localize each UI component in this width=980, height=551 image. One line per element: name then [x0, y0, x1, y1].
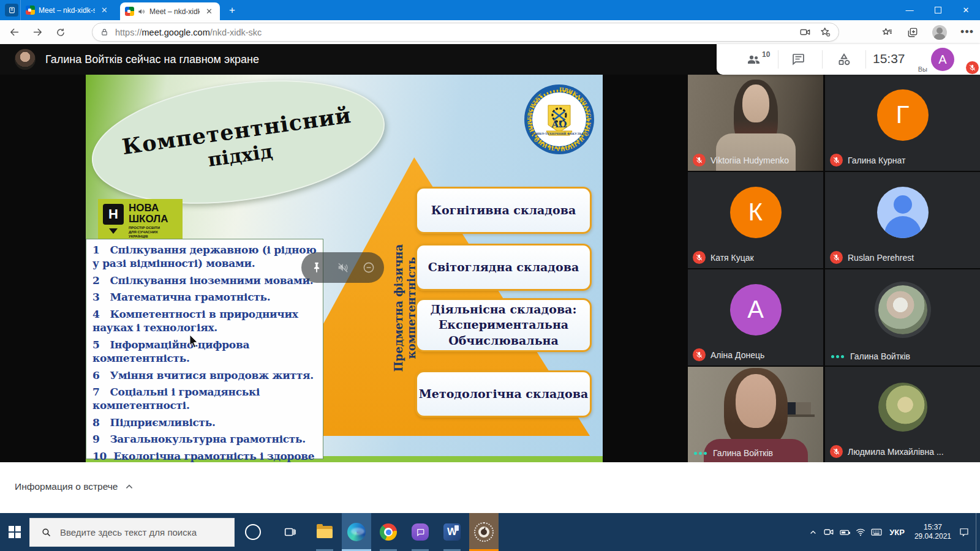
mic-muted-badge [693, 348, 706, 361]
forward-button[interactable] [28, 23, 47, 42]
browser-tab-2-active[interactable]: Meet – nkd-xidk-skc ✕ [120, 2, 220, 20]
tab-actions-button[interactable] [5, 4, 18, 17]
touch-keyboard-icon[interactable] [869, 513, 884, 551]
tray-expand-icon[interactable] [805, 513, 821, 551]
nova-shkola-icon: Н [103, 204, 124, 225]
tab-title: Meet – nkd-xidk-skc [149, 7, 200, 16]
show-desktop-button[interactable] [976, 513, 980, 551]
list-item: 8 Підприємливість. [92, 416, 318, 429]
language-indicator[interactable]: УКР [884, 528, 910, 537]
tab-close-icon[interactable]: ✕ [99, 5, 110, 15]
tile-audio-off-icon[interactable] [336, 261, 350, 274]
participant-tile[interactable]: Г Галина Курнат [825, 75, 980, 171]
task-view-button[interactable] [275, 513, 304, 551]
camera-permission-icon[interactable] [799, 26, 811, 38]
file-explorer-button[interactable] [310, 513, 339, 551]
word-button[interactable]: W [437, 513, 467, 551]
reload-button[interactable] [51, 23, 70, 42]
tab-close-icon[interactable]: ✕ [203, 6, 215, 17]
list-item: 7 Соціальні і громадянські компетентност… [92, 385, 318, 413]
meet-now-icon[interactable] [821, 513, 837, 551]
list-item: 4 Компетентності в природничих науках і … [92, 307, 318, 335]
participant-name: Аліна Донець [710, 350, 764, 360]
viber-button[interactable] [405, 513, 435, 551]
initial-avatar: Г [877, 89, 929, 141]
participant-name: Viktoriia Hudymenko [710, 156, 789, 165]
start-button[interactable] [9, 526, 21, 538]
nova-arrow-icon [109, 228, 118, 234]
list-item: 9 Загальнокультурна грамотність. [92, 432, 318, 446]
chrome-button[interactable] [374, 513, 403, 551]
pyramid-box-worldview: Світоглядна складова [415, 244, 592, 291]
meet-bottom-bar: Информация о встрече Поднять руку Галина… [0, 462, 980, 513]
self-avatar[interactable]: A [931, 48, 954, 71]
browser-tab-1[interactable]: Meet – nkd-xidk-skc ✕ [20, 0, 115, 20]
participant-name: Людмила Михайлівна ... [848, 447, 944, 457]
meet-favicon [125, 7, 134, 16]
participant-tile[interactable]: Галина Войтків [688, 367, 823, 462]
window-minimize-button[interactable]: — [895, 0, 924, 20]
pyramid-box-activity: Діяльнісна складова:ЕкспериментальнаОбчи… [415, 298, 592, 352]
participant-tile[interactable]: Людмила Михайлівна ... [825, 367, 980, 462]
chat-icon[interactable] [791, 52, 805, 66]
list-item: 5 Інформаційно-цифрова компетентність. [92, 338, 318, 365]
initial-avatar: К [730, 187, 782, 238]
participant-tile[interactable]: А Аліна Донець [688, 269, 823, 365]
action-center-icon[interactable] [956, 513, 972, 551]
participant-name: Галина Войтків [713, 448, 773, 458]
browser-menu-icon[interactable]: ••• [960, 26, 974, 39]
window-close-button[interactable]: ✕ [952, 0, 980, 20]
collections-icon[interactable] [907, 26, 919, 39]
address-bar[interactable]: https://meet.google.com/nkd-xidk-skc [92, 23, 839, 42]
recorder-button[interactable] [469, 513, 499, 551]
participants-count: 10 [762, 50, 770, 59]
mic-muted-badge [830, 154, 843, 167]
svg-text:ФІЗИКО-ТЕХНІЧНИЙ ФАКУЛЬТЕТ: ФІЗИКО-ТЕХНІЧНИЙ ФАКУЛЬТЕТ [530, 132, 589, 135]
add-favorite-icon[interactable] [820, 26, 831, 38]
meeting-info-button[interactable]: Информация о встрече [15, 481, 135, 492]
participant-tile[interactable]: Viktoriia Hudymenko [688, 75, 823, 171]
mic-muted-badge [830, 251, 843, 264]
shared-presentation[interactable]: Компетентнісний підхід ПРИКАРПАТСЬКИЙ НА… [86, 75, 603, 462]
you-label: Вы [918, 66, 927, 73]
wifi-icon[interactable] [853, 513, 869, 551]
pin-icon[interactable] [310, 261, 323, 274]
cortana-button[interactable] [238, 513, 268, 551]
mouse-cursor [189, 334, 200, 349]
pyramid-axis-label: Предметна фізична компетентність [392, 201, 418, 415]
participant-tile[interactable]: Галина Войтків [825, 269, 980, 365]
remove-tile-icon[interactable] [362, 261, 375, 274]
participant-name: Галина Курнат [848, 156, 905, 165]
competencies-list: 1 Спілкування державною (і рідною у разі… [86, 239, 323, 459]
participant-tile[interactable]: Ruslan Perehrest [825, 172, 980, 268]
windows-taskbar: Введите здесь текст для поиска W УКР 15:… [0, 513, 980, 551]
url-text: https://meet.google.com/nkd-xidk-skc [115, 28, 791, 37]
participant-name: Катя Куцак [710, 253, 754, 263]
activities-icon[interactable] [837, 52, 851, 67]
presenter-avatar [15, 49, 36, 70]
tab-audio-icon[interactable] [137, 7, 146, 16]
list-item: 10 Екологічна грамотність і здорове житт… [92, 449, 318, 462]
window-maximize-button[interactable] [924, 0, 952, 20]
screen: Meet – nkd-xidk-skc ✕ Meet – nkd-xidk-sk… [0, 0, 980, 551]
profile-avatar[interactable] [932, 25, 947, 40]
list-item: 2 Спілкування іноземними мовами. [92, 274, 318, 287]
presenting-banner-text: Галина Войтків сейчас на главном экране [45, 53, 259, 66]
taskbar-search[interactable]: Введите здесь текст для поиска [29, 518, 235, 547]
tile-hover-controls [301, 252, 384, 283]
mic-muted-badge [693, 154, 706, 167]
new-tab-button[interactable]: + [225, 4, 239, 17]
list-item: 6 Уміння вчитися впродовж життя. [92, 369, 318, 382]
participants-icon[interactable] [746, 52, 761, 67]
browser-toolbar: https://meet.google.com/nkd-xidk-skc ••• [0, 20, 980, 45]
favorites-icon[interactable] [881, 26, 893, 39]
taskbar-clock[interactable]: 15:3729.04.2021 [910, 523, 956, 541]
battery-icon[interactable] [837, 513, 853, 551]
list-item: 3 Математична грамотність. [92, 290, 318, 304]
default-avatar [877, 187, 929, 238]
pyramid-box-methodology: Методологічна складова [415, 370, 592, 418]
meeting-clock: 15:37 [873, 51, 905, 66]
edge-button[interactable] [342, 513, 371, 551]
participant-tile[interactable]: К Катя Куцак [688, 172, 823, 268]
back-button[interactable] [5, 23, 23, 42]
